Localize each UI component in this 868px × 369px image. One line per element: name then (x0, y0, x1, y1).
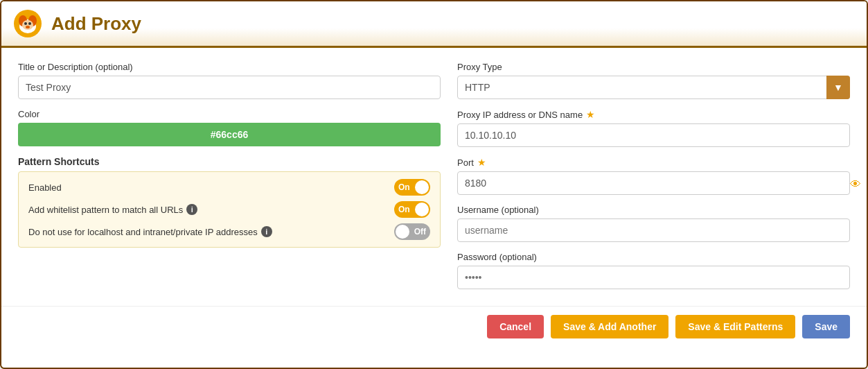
pattern-row-localhost: Do not use for localhost and intranet/pr… (28, 223, 430, 240)
pattern-row-whitelist: Add whitelist pattern to match all URLs … (28, 201, 430, 218)
pattern-shortcuts-section: Pattern Shortcuts Enabled On Add whiteli (18, 156, 441, 248)
toggle-enabled-label: On (398, 182, 410, 192)
toggle-whitelist-knob (415, 203, 429, 216)
proxy-type-select[interactable]: HTTP HTTPS SOCKS4 SOCKS5 (457, 76, 850, 99)
left-column: Title or Description (optional) Color #6… (18, 62, 441, 289)
fox-icon (12, 8, 43, 39)
toggle-localhost[interactable]: Off (394, 223, 430, 240)
localhost-info-icon[interactable]: i (261, 226, 272, 237)
title-field-group: Title or Description (optional) (18, 62, 441, 99)
proxy-ip-input[interactable] (457, 123, 850, 147)
port-label: Port ★ (457, 157, 850, 168)
proxy-type-label: Proxy Type (457, 62, 850, 72)
proxy-type-select-wrapper: HTTP HTTPS SOCKS4 SOCKS5 ▼ (457, 76, 850, 99)
username-input[interactable] (457, 218, 850, 242)
svg-point-7 (26, 26, 30, 28)
port-group: Port ★ (457, 157, 850, 195)
main-content: Title or Description (optional) Color #6… (1, 48, 867, 303)
username-group: Username (optional) (457, 205, 850, 242)
header: Add Proxy (1, 1, 867, 48)
proxy-ip-group: Proxy IP address or DNS name ★ (457, 109, 850, 147)
toggle-enabled-knob (415, 180, 429, 194)
svg-point-6 (28, 22, 31, 25)
toggle-whitelist-label: On (398, 205, 410, 214)
port-required-star: ★ (477, 157, 486, 168)
color-label: Color (18, 109, 441, 119)
password-group: Password (optional) 👁 (457, 252, 850, 289)
cancel-button[interactable]: Cancel (487, 315, 544, 338)
toggle-whitelist[interactable]: On (394, 201, 430, 218)
proxy-ip-label: Proxy IP address or DNS name ★ (457, 109, 850, 120)
pattern-row-localhost-label: Do not use for localhost and intranet/pr… (28, 226, 272, 237)
pattern-row-enabled: Enabled On (28, 179, 430, 196)
save-edit-patterns-button[interactable]: Save & Edit Patterns (675, 315, 795, 338)
page-title: Add Proxy (51, 13, 141, 35)
pattern-shortcuts-box: Enabled On Add whitelist pattern to matc… (18, 171, 441, 248)
pattern-shortcuts-title: Pattern Shortcuts (18, 156, 441, 171)
password-input[interactable] (457, 266, 850, 289)
title-input[interactable] (18, 76, 441, 99)
username-label: Username (optional) (457, 205, 850, 215)
add-proxy-window: Add Proxy Title or Description (optional… (0, 0, 868, 369)
password-eye-icon[interactable]: 👁 (850, 178, 861, 191)
toggle-localhost-label: Off (414, 227, 426, 237)
color-field-group: Color #66cc66 (18, 109, 441, 146)
whitelist-info-icon[interactable]: i (186, 204, 197, 215)
proxy-type-group: Proxy Type HTTP HTTPS SOCKS4 SOCKS5 ▼ (457, 62, 850, 99)
toggle-enabled[interactable]: On (394, 179, 430, 196)
title-label: Title or Description (optional) (18, 62, 441, 72)
password-label: Password (optional) 👁 (457, 252, 850, 262)
right-column: Proxy Type HTTP HTTPS SOCKS4 SOCKS5 ▼ Pr… (457, 62, 850, 289)
toggle-localhost-knob (396, 225, 409, 239)
svg-point-5 (24, 22, 27, 25)
pattern-row-whitelist-label: Add whitelist pattern to match all URLs … (28, 204, 197, 215)
save-button[interactable]: Save (802, 315, 850, 338)
save-add-another-button[interactable]: Save & Add Another (551, 315, 668, 338)
footer: Cancel Save & Add Another Save & Edit Pa… (1, 306, 867, 347)
password-field-wrapper (457, 266, 850, 289)
proxy-ip-required-star: ★ (586, 109, 595, 120)
pattern-row-enabled-label: Enabled (28, 182, 62, 193)
port-input[interactable] (457, 171, 850, 195)
color-button[interactable]: #66cc66 (18, 123, 441, 146)
